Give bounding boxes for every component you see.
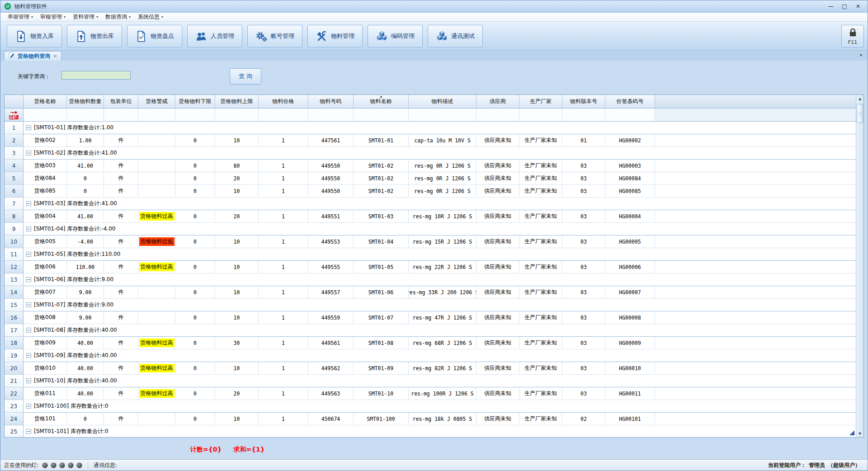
filter-cell-10[interactable] [409,108,476,122]
group-row[interactable]: 19−[SMT01-09] 库存数量合计:40.00 [5,349,856,362]
collapse-icon[interactable]: − [26,404,31,409]
column-header-2[interactable]: 货格物料数量 [67,95,104,108]
table-row[interactable]: 8货格00441.00件货格物料过高0201449551SMT01-03res-… [5,210,856,223]
group-row[interactable]: 21−[SMT01-10] 库存数量合计:40.00 [5,375,856,387]
toolbar-button-8[interactable]: 通讯测试 [428,25,483,47]
filter-cell-8[interactable] [308,108,354,122]
column-header-7[interactable]: 物料价格 [259,95,308,108]
toolbar-button-2[interactable]: 物资出库 [67,25,122,47]
column-header-6[interactable]: 货格物料上限 [215,95,259,108]
tab-close-icon[interactable]: × [53,53,57,59]
table-row[interactable]: 10货格005-4.00件货格物料过低0101449553SMT01-04res… [5,236,856,248]
collapse-icon[interactable]: − [26,302,31,307]
toolbar-button-3[interactable]: 物资盘点 [127,25,182,47]
filter-cell-14[interactable] [605,108,655,122]
collapse-icon[interactable]: − [26,226,31,231]
group-row[interactable]: 1−[SMT01-01] 库存数量合计:1.00 [5,122,856,134]
collapse-icon[interactable]: − [26,328,31,333]
filter-cell-2[interactable] [67,108,104,122]
cell-7: 1 [259,210,308,223]
filter-cell-13[interactable] [562,108,605,122]
collapse-icon[interactable]: − [26,429,31,434]
filter-cell-1[interactable] [24,108,67,122]
group-row[interactable]: 11−[SMT01-05] 库存数量合计:110.00 [5,248,856,261]
menu-item-3[interactable]: 资料管理▾ [69,13,102,21]
scrollbar-thumb[interactable] [857,104,863,123]
column-header-5[interactable]: 货格物料下限 [175,95,215,108]
collapse-icon[interactable]: − [26,277,31,282]
toolbar-button-7[interactable]: 编码管理 [368,25,423,47]
collapse-icon[interactable]: − [26,151,31,155]
column-header-9[interactable]: 物料名称▲ [354,95,409,108]
toolbar-button-5[interactable]: 帐号管理 [247,25,302,47]
toolbar-button-4[interactable]: 人员管理 [187,25,242,47]
column-header-14[interactable]: 价签条码号 [605,95,655,108]
cell-1: 货格101 [24,413,67,425]
table-row[interactable]: 4货格00341.00件0801449550SMT01-02res-mg 0R … [5,160,856,172]
tab-list-dropdown-icon[interactable]: ▾ [860,53,862,57]
table-row[interactable]: 2货格0021.00件0101447561SMT01-01cap-ta 10u … [5,134,856,147]
group-row[interactable]: 13−[SMT01-06] 库存数量合计:9.00 [5,273,856,286]
menu-item-1[interactable]: 单据管理▾ [4,13,37,21]
filter-cell-7[interactable] [259,108,308,122]
group-row[interactable]: 25−[SMT01-101] 库存数量合计:0 [5,425,856,437]
table-row[interactable]: 16货格0089.00件0101449559SMT01-07res-mg 47R… [5,311,856,324]
filter-cell-5[interactable] [175,108,215,122]
menu-item-4[interactable]: 数据查询▾ [102,13,134,21]
cell-11: 供应商未知 [476,261,519,273]
filter-cell-12[interactable] [519,108,562,122]
collapse-icon[interactable]: − [26,125,31,130]
group-row[interactable]: 7−[SMT01-03] 库存数量合计:41.00 [5,198,856,210]
column-header-8[interactable]: 物料号码 [308,95,354,108]
table-row[interactable]: 14货格0079.00件0101449557SMT01-06res-mg 33R… [5,286,856,299]
column-header-1[interactable]: 货格名称 [24,95,67,108]
cell-12: 生产厂家未知 [519,185,562,198]
column-header-4[interactable]: 货格警戒 [138,95,175,108]
cell-13: 03 [562,172,605,185]
column-header-11[interactable]: 供应商 [476,95,519,108]
table-row[interactable]: 24货格1010件0101450674SMT01-100res-mg 18k J… [5,413,856,425]
keyword-query-input[interactable] [61,71,131,80]
group-row[interactable]: 15−[SMT01-07] 库存数量合计:9.00 [5,299,856,311]
group-row[interactable]: 23−[SMT01-100] 库存数量合计:0 [5,400,856,413]
group-row[interactable]: 3−[SMT01-02] 库存数量合计:41.00 [5,147,856,160]
cell-5: 0 [175,210,215,223]
table-row[interactable]: 6货格0850件0101449550SMT01-02res-mg 0R J 12… [5,185,856,198]
grid-header-select-all[interactable] [5,95,24,108]
group-row[interactable]: 17−[SMT01-08] 库存数量合计:40.00 [5,324,856,337]
scroll-up-icon[interactable]: ▲ [856,95,863,102]
maximize-button[interactable]: □ [838,2,851,11]
vertical-scrollbar[interactable]: ▲ ▼ [856,95,863,437]
filter-cell-6[interactable] [215,108,259,122]
scroll-down-icon[interactable]: ▼ [856,430,863,437]
column-header-3[interactable]: 包装单位 [104,95,138,108]
query-button[interactable]: 查 询 [230,68,261,85]
table-row[interactable]: 18货格00940.00件货格物料过高0301449561SMT01-08res… [5,337,856,349]
toolbar-button-6[interactable]: 物料管理 [307,25,363,47]
filter-cell-4[interactable] [138,108,175,122]
filter-cell-11[interactable] [476,108,519,122]
table-row[interactable]: 12货格006110.00件货格物料过高0101449555SMT01-05re… [5,261,856,273]
group-row[interactable]: 9−[SMT01-04] 库存数量合计:-4.00 [5,223,856,236]
collapse-icon[interactable]: − [26,201,31,206]
minimize-button[interactable]: — [824,2,838,11]
column-header-13[interactable]: 物料版本号 [562,95,605,108]
table-row[interactable]: 20货格01040.00件货格物料过高0101449562SMT01-09res… [5,362,856,375]
filter-cell-3[interactable] [104,108,138,122]
column-header-12[interactable]: 生产厂家 [519,95,562,108]
collapse-icon[interactable]: − [26,353,31,358]
cell-4 [138,172,175,185]
column-header-10[interactable]: 物料描述 [409,95,476,108]
table-row[interactable]: 22货格01140.00件货格物料过高0201449563SMT01-10res… [5,387,856,400]
tab-cargo-material-query[interactable]: 货格物料查询 × [4,51,61,61]
collapse-icon[interactable]: − [26,378,31,383]
collapse-icon[interactable]: − [26,252,31,257]
close-button[interactable]: ✕ [851,2,865,11]
menu-item-2[interactable]: 审核管理▾ [37,13,69,21]
cell-10: res-mg 47R J 1206 S [409,311,476,324]
filter-cell-9[interactable] [354,108,409,122]
table-row[interactable]: 5货格0840件0201449550SMT01-02res-mg 0R J 12… [5,172,856,185]
toolbar-button-1[interactable]: 物资入库 [7,25,62,47]
lock-f11-button[interactable]: F11 [841,25,864,47]
menu-item-5[interactable]: 系统信息▾ [134,13,167,21]
